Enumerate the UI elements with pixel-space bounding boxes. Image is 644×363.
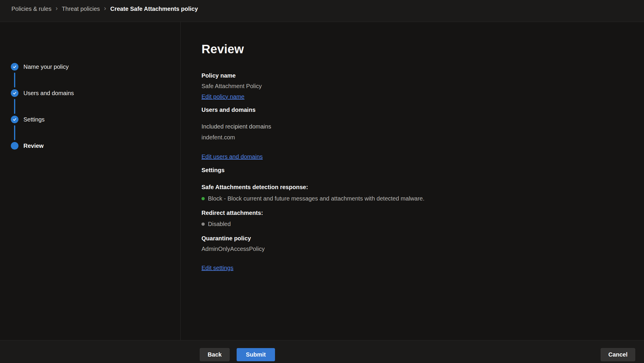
step-completed-check-icon [11, 89, 18, 97]
policy-name-value: Safe Attachment Policy [201, 82, 644, 90]
redirect-attachments-value: Disabled [201, 220, 644, 228]
detection-response-value: Block - Block current and future message… [201, 195, 644, 203]
edit-policy-name-link[interactable]: Edit policy name [201, 93, 245, 101]
wizard-step-review[interactable]: Review [11, 142, 180, 168]
redirect-attachments-text: Disabled [208, 220, 231, 228]
quarantine-policy-value: AdminOnlyAccessPolicy [201, 245, 644, 253]
step-label: Review [23, 142, 44, 150]
redirect-attachments-label: Redirect attachments: [201, 209, 644, 217]
policy-name-label: Policy name [201, 72, 644, 80]
breadcrumb-link-threat-policies[interactable]: Threat policies [62, 6, 100, 12]
detection-response-label: Safe Attachments detection response: [201, 183, 644, 191]
settings-label: Settings [201, 166, 644, 174]
included-recipient-domains-value: indefent.com [201, 133, 644, 141]
step-completed-check-icon [11, 63, 18, 71]
back-button[interactable]: Back [200, 348, 230, 361]
step-label: Settings [23, 116, 45, 123]
cancel-button[interactable]: Cancel [601, 348, 635, 361]
chevron-right-icon: › [100, 6, 110, 11]
step-label: Users and domains [23, 89, 74, 97]
users-and-domains-label: Users and domains [201, 106, 644, 114]
wizard-steps-sidebar: Name your policy Users and domains Setti… [0, 22, 181, 340]
wizard-step-settings[interactable]: Settings [11, 116, 180, 142]
included-recipient-domains-label: Included recipient domains [201, 123, 644, 131]
step-completed-check-icon [11, 116, 18, 123]
breadcrumb-link-policies-rules[interactable]: Policies & rules [11, 6, 52, 12]
breadcrumb: Policies & rules › Threat policies › Cre… [0, 0, 644, 22]
status-green-dot-icon [201, 197, 205, 200]
wizard-step-name-your-policy[interactable]: Name your policy [11, 63, 180, 89]
wizard-step-users-and-domains[interactable]: Users and domains [11, 89, 180, 116]
status-gray-dot-icon [201, 222, 205, 226]
chevron-right-icon: › [52, 6, 62, 11]
quarantine-policy-label: Quarantine policy [201, 234, 644, 242]
submit-button[interactable]: Submit [237, 348, 275, 361]
step-current-dot-icon [11, 142, 18, 150]
step-label: Name your policy [23, 63, 69, 71]
page-title: Review [201, 41, 644, 57]
detection-response-text: Block - Block current and future message… [208, 195, 424, 203]
breadcrumb-current-page: Create Safe Attachments policy [110, 6, 198, 12]
wizard-footer: Back Submit Cancel [0, 340, 644, 363]
edit-users-and-domains-link[interactable]: Edit users and domains [201, 153, 263, 161]
review-panel: Review Policy name Safe Attachment Polic… [181, 22, 644, 340]
edit-settings-link[interactable]: Edit settings [201, 264, 233, 272]
